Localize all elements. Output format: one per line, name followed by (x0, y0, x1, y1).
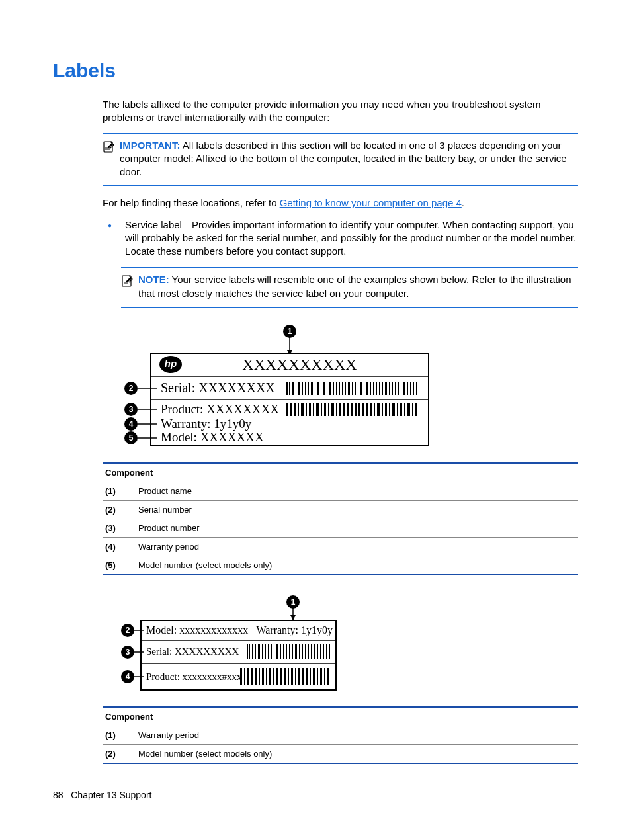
svg-rect-144 (266, 668, 267, 685)
help-link[interactable]: Getting to know your computer on page 4 (280, 197, 462, 208)
svg-rect-142 (259, 668, 260, 685)
svg-rect-110 (252, 644, 253, 659)
svg-rect-33 (358, 382, 358, 395)
svg-rect-157 (313, 668, 315, 685)
svg-rect-51 (413, 382, 414, 395)
note-callout: NOTE: Your service labels will resemble … (121, 267, 578, 308)
svg-rect-72 (351, 403, 353, 416)
svg-rect-30 (348, 382, 350, 395)
component-table-2: Component (1)Warranty period (2)Model nu… (103, 706, 578, 764)
svg-rect-146 (273, 668, 274, 685)
svg-rect-71 (347, 403, 349, 416)
svg-rect-14 (298, 382, 300, 395)
svg-rect-31 (352, 382, 353, 395)
svg-rect-40 (379, 382, 380, 395)
svg-rect-83 (392, 403, 395, 416)
service-label-bullet: Service label—Provides important informa… (125, 218, 578, 259)
svg-rect-64 (321, 403, 322, 416)
table-row: (5)Model number (select models only) (103, 556, 578, 575)
svg-rect-151 (291, 668, 293, 685)
svg-rect-82 (389, 403, 390, 416)
svg-rect-139 (247, 668, 249, 685)
help-prefix: For help finding these locations, refer … (103, 197, 280, 208)
svg-rect-66 (328, 403, 329, 416)
svg-rect-149 (284, 668, 286, 685)
svg-rect-154 (302, 668, 304, 685)
help-suffix: . (462, 197, 464, 208)
svg-rect-20 (317, 382, 319, 395)
svg-rect-52 (416, 382, 417, 395)
svg-rect-32 (355, 382, 356, 395)
svg-rect-124 (295, 644, 297, 659)
svg-rect-22 (323, 382, 325, 395)
svg-rect-85 (400, 403, 402, 416)
note-icon (121, 274, 134, 290)
svg-rect-42 (385, 382, 387, 395)
svg-rect-161 (327, 668, 329, 685)
svg-rect-125 (299, 644, 300, 659)
note-icon (103, 140, 116, 155)
svg-rect-111 (255, 644, 256, 659)
svg-text:Product: XXXXXXXX: Product: XXXXXXXX (161, 402, 279, 416)
important-callout: IMPORTANT: All labels described in this … (103, 133, 578, 187)
svg-rect-73 (355, 403, 357, 416)
svg-rect-36 (366, 382, 368, 395)
svg-rect-116 (271, 644, 272, 659)
svg-rect-130 (314, 644, 316, 659)
svg-rect-133 (323, 644, 324, 659)
svg-rect-75 (362, 403, 364, 416)
svg-text:Warranty: 1y1y0y: Warranty: 1y1y0y (161, 417, 252, 431)
svg-rect-138 (244, 668, 245, 685)
svg-rect-58 (298, 403, 299, 416)
svg-rect-49 (407, 382, 408, 395)
svg-rect-84 (397, 403, 398, 416)
svg-rect-129 (311, 644, 312, 659)
svg-rect-61 (309, 403, 311, 416)
important-text: All labels described in this section wil… (120, 140, 567, 178)
svg-rect-28 (342, 382, 343, 395)
svg-text:XXXXXXXXXX: XXXXXXXXXX (242, 356, 357, 373)
svg-rect-25 (333, 382, 334, 395)
svg-rect-159 (320, 668, 322, 685)
svg-rect-55 (286, 403, 288, 416)
svg-rect-108 (247, 644, 248, 659)
svg-rect-148 (280, 668, 282, 685)
svg-rect-121 (286, 644, 287, 659)
svg-rect-134 (326, 644, 327, 659)
svg-rect-50 (410, 382, 411, 395)
svg-rect-48 (403, 382, 405, 395)
svg-rect-10 (286, 382, 288, 395)
svg-rect-62 (313, 403, 314, 416)
svg-text:5: 5 (129, 433, 134, 442)
svg-rect-87 (407, 403, 410, 416)
table-row: (4)Warranty period (103, 537, 578, 556)
svg-rect-19 (315, 382, 316, 395)
svg-text:1: 1 (291, 597, 296, 607)
svg-text:3: 3 (129, 405, 134, 414)
svg-rect-43 (389, 382, 390, 395)
svg-rect-57 (294, 403, 296, 416)
svg-rect-81 (385, 403, 387, 416)
svg-text:Warranty: 1y1y0y: Warranty: 1y1y0y (256, 624, 333, 636)
svg-rect-68 (336, 403, 337, 416)
page-footer: 88 Chapter 13 Support (53, 790, 151, 800)
svg-rect-115 (268, 644, 269, 659)
svg-rect-140 (251, 668, 253, 685)
svg-text:2: 2 (129, 384, 134, 393)
table-row: (1)Warranty period (103, 726, 578, 744)
svg-rect-113 (262, 644, 263, 659)
svg-rect-38 (373, 382, 374, 395)
svg-rect-80 (382, 403, 383, 416)
svg-rect-18 (311, 382, 313, 395)
section-heading: Labels (53, 60, 578, 82)
svg-rect-89 (415, 403, 417, 416)
svg-rect-123 (292, 644, 293, 659)
svg-rect-143 (262, 668, 264, 685)
svg-text:4: 4 (129, 419, 134, 429)
svg-text:2: 2 (126, 626, 130, 635)
svg-rect-45 (395, 382, 396, 395)
svg-rect-127 (305, 644, 306, 659)
svg-rect-26 (336, 382, 337, 395)
table-row: (3)Product number (103, 519, 578, 537)
svg-rect-122 (289, 644, 290, 659)
